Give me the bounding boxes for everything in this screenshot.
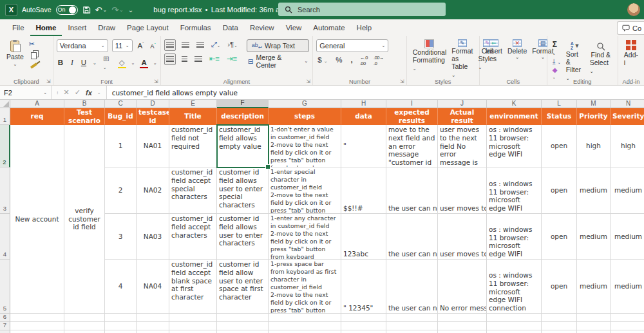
cell-empty[interactable] <box>341 330 386 333</box>
cell-m3[interactable]: medium <box>577 167 611 214</box>
tab-draw[interactable]: Draw <box>92 21 121 36</box>
cell-empty[interactable] <box>611 314 644 322</box>
column-header-g[interactable]: G <box>269 100 341 108</box>
cell-empty[interactable] <box>577 314 611 322</box>
wrap-text-button[interactable]: ab↩ Wrap Text <box>247 39 310 52</box>
tab-data[interactable]: Data <box>217 21 244 36</box>
cell-empty[interactable] <box>217 330 269 333</box>
row-header-3[interactable]: 3 <box>0 167 10 214</box>
align-left-icon[interactable] <box>164 53 176 65</box>
cell-empty[interactable] <box>137 314 169 322</box>
tab-automate[interactable]: Automate <box>307 21 350 36</box>
redo-icon[interactable]: ↷⌄ <box>111 5 124 15</box>
cell-empty[interactable] <box>269 322 341 330</box>
cell-empty[interactable] <box>341 322 386 330</box>
tab-formulas[interactable]: Formulas <box>175 21 217 36</box>
cell-i4[interactable]: the user can not <box>386 214 438 260</box>
column-header-i[interactable]: I <box>386 100 438 108</box>
cell-empty[interactable] <box>64 322 105 330</box>
cell-e5[interactable]: customer_id field accept blank space at … <box>169 260 217 314</box>
header-cell-environment[interactable]: environment <box>487 108 542 125</box>
comments-button[interactable]: Co <box>617 21 644 35</box>
cut-icon[interactable]: ✂ <box>29 41 39 48</box>
column-header-l[interactable]: L <box>542 100 577 108</box>
align-top-icon[interactable] <box>164 39 176 51</box>
header-cell-expected-results[interactable]: expected results <box>386 108 438 125</box>
underline-chevron-icon[interactable]: ⌄ <box>93 61 97 66</box>
cell-empty[interactable] <box>137 330 169 333</box>
cell-e4[interactable]: customer_id field accept characters <box>169 214 217 260</box>
name-box[interactable]: F2 ⌄ <box>0 86 52 99</box>
column-header-a[interactable]: A <box>10 100 64 108</box>
cell-j5[interactable]: No error message <box>438 260 487 314</box>
cell-h3[interactable]: $$!!# <box>341 167 386 214</box>
cell-n4[interactable]: medium <box>611 214 644 260</box>
row-header-7[interactable]: 7 <box>0 322 10 330</box>
header-cell-actual-result[interactable]: Actual result <box>438 108 487 125</box>
cell-i2[interactable]: move to the next field and an error mess… <box>386 125 438 167</box>
cell-empty[interactable] <box>64 330 105 333</box>
format-as-table-button[interactable]: ✎ Format as Table ⌄ <box>449 39 475 78</box>
italic-button[interactable]: I <box>70 59 75 68</box>
cell-g5[interactable]: 1-press space bar from keyboard as first… <box>269 260 341 314</box>
decrease-decimal-icon[interactable]: .00→.0 <box>374 55 384 66</box>
cell-empty[interactable] <box>438 314 487 322</box>
cell-e2[interactable]: customer_id field not required <box>169 125 217 167</box>
cell-d2[interactable]: NA01 <box>137 125 169 167</box>
cell-c5[interactable]: 4 <box>105 260 137 314</box>
row-header-5[interactable]: 5 <box>0 260 10 314</box>
cell-d4[interactable]: NA03 <box>137 214 169 260</box>
header-cell-title[interactable]: Title <box>169 108 217 125</box>
increase-indent-icon[interactable]: ⇥≡ <box>225 55 238 64</box>
cell-empty[interactable] <box>577 330 611 333</box>
cell-g3[interactable]: 1-enter special character in customer_id… <box>269 167 341 214</box>
column-header-n[interactable]: N <box>611 100 644 108</box>
insert-function-icon[interactable]: fx <box>86 89 92 97</box>
cancel-icon[interactable]: ✕ <box>64 88 70 97</box>
align-center-icon[interactable] <box>180 54 189 64</box>
cell-empty[interactable] <box>611 330 644 333</box>
cell-i3[interactable]: the user can not <box>386 167 438 214</box>
header-cell-status[interactable]: Status <box>542 108 577 125</box>
cell-l3[interactable]: open <box>542 167 577 214</box>
cell-empty[interactable] <box>269 330 341 333</box>
fill-color-icon[interactable]: ◇ <box>118 59 126 68</box>
row-header-1[interactable]: 1 <box>0 108 10 125</box>
cell-empty[interactable] <box>438 322 487 330</box>
orientation-icon[interactable]: ⤢⌄ <box>210 41 222 50</box>
select-all-corner[interactable] <box>0 100 10 108</box>
format-painter-icon[interactable] <box>30 62 37 69</box>
comma-style-icon[interactable]: , <box>350 56 354 65</box>
cell-d5[interactable]: NA04 <box>137 260 169 314</box>
header-cell-description[interactable]: description <box>217 108 269 125</box>
percent-style-icon[interactable]: % <box>334 56 343 65</box>
cell-empty[interactable] <box>611 322 644 330</box>
cell-empty[interactable] <box>10 330 64 333</box>
number-format-combo[interactable]: General⌄ <box>316 39 388 52</box>
cell-empty[interactable] <box>105 322 137 330</box>
cell-n2[interactable]: high <box>611 125 644 167</box>
decrease-font-icon[interactable]: Aˇ <box>149 42 156 50</box>
align-bottom-icon[interactable] <box>195 40 205 50</box>
delete-cells-button[interactable]: ✕ Delete ⌄ <box>505 39 529 60</box>
row-header-6[interactable]: 6 <box>0 314 10 322</box>
accounting-format-icon[interactable]: $ ⌄ <box>316 56 328 65</box>
cell-h2[interactable]: " <box>341 125 386 167</box>
number-dialog-launcher-icon[interactable]: ⇲ <box>400 79 404 84</box>
cell-k2[interactable]: os : windows 11 browser: microsoft edge … <box>487 125 542 167</box>
header-cell-severity[interactable]: Severity <box>611 108 644 125</box>
cell-g4[interactable]: 1-enter any character in customer_id fie… <box>269 214 341 260</box>
column-header-e[interactable]: E <box>169 100 217 108</box>
undo-icon[interactable]: ↶⌄ <box>95 5 108 15</box>
cell-empty[interactable] <box>269 314 341 322</box>
row-header-2[interactable]: 2 <box>0 125 10 167</box>
cell-j3[interactable]: user moves to th <box>438 167 487 214</box>
cell-f3[interactable]: customer id field allows user to enter s… <box>217 167 269 214</box>
cell-empty[interactable] <box>487 330 542 333</box>
document-title[interactable]: bug report.xlsx • Last Modified: 36m ago… <box>153 6 296 14</box>
font-color-chevron-icon[interactable]: ⌄ <box>153 61 157 66</box>
font-color-icon[interactable]: A <box>140 59 147 68</box>
cell-l2[interactable]: open <box>542 125 577 167</box>
cell-f4[interactable]: customer id field allows user to enter c… <box>217 214 269 260</box>
cell-empty[interactable] <box>542 314 577 322</box>
